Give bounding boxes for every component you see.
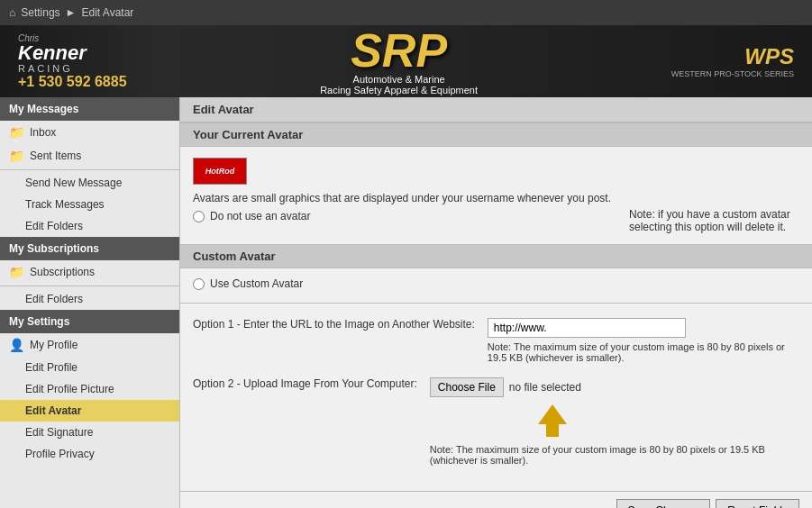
- edit-profile-label: Edit Profile: [25, 361, 78, 374]
- edit-folders-subs-label: Edit Folders: [25, 293, 83, 305]
- use-custom-avatar-label: Use Custom Avatar: [210, 277, 303, 290]
- banner-center: SRP Automotive & Marine Racing Safety Ap…: [320, 27, 478, 95]
- top-bar: ⌂ Settings ► Edit Avatar: [0, 0, 812, 25]
- my-settings-header: My Settings: [0, 310, 179, 333]
- sidebar-item-inbox[interactable]: 📁 Inbox: [0, 121, 179, 144]
- arrow-shape: [538, 404, 567, 437]
- my-messages-section: My Messages 📁 Inbox 📁 Sent Items Send Ne…: [0, 97, 179, 237]
- option1-label: Option 1 - Enter the URL to the Image on…: [193, 318, 475, 331]
- choose-file-button[interactable]: Choose File: [430, 377, 504, 397]
- divider1: [0, 169, 179, 170]
- option1-note: Note: The maximum size of your custom im…: [488, 341, 799, 363]
- sidebar-item-edit-avatar[interactable]: Edit Avatar: [0, 400, 179, 422]
- subs-folder-icon: 📁: [9, 265, 24, 279]
- avatar-description: Avatars are small graphics that are disp…: [193, 192, 611, 204]
- banner: Chris Kenner RACING +1 530 592 6885 SRP …: [0, 25, 812, 97]
- arrow-indicator: [430, 397, 799, 440]
- edit-signature-label: Edit Signature: [25, 426, 93, 439]
- use-custom-avatar-radio[interactable]: [193, 278, 205, 290]
- tagline1: Automotive & Marine: [320, 74, 478, 85]
- sidebar-item-send-new[interactable]: Send New Message: [0, 172, 179, 194]
- profile-person-icon: 👤: [9, 338, 24, 352]
- sidebar: My Messages 📁 Inbox 📁 Sent Items Send Ne…: [0, 97, 180, 508]
- profile-privacy-label: Profile Privacy: [25, 448, 95, 460]
- banner-right: WPS WESTERN PRO-STOCK SERIES: [671, 44, 794, 78]
- option1-control: Note: The maximum size of your custom im…: [488, 318, 799, 363]
- page-title: Edit Avatar: [180, 97, 812, 122]
- srp-logo: SRP: [320, 27, 478, 74]
- option1-row: Option 1 - Enter the URL to the Image on…: [193, 318, 799, 363]
- avatar-img: HotRod: [205, 167, 235, 176]
- tagline2: Racing Safety Apparel & Equipment: [320, 85, 478, 95]
- sidebar-item-profile-privacy[interactable]: Profile Privacy: [0, 443, 179, 465]
- inbox-label: Inbox: [30, 126, 56, 139]
- current-avatar-body: HotRod Avatars are small graphics that a…: [180, 147, 812, 244]
- divider2: [0, 286, 179, 286]
- file-row: Choose File no file selected: [430, 377, 799, 397]
- my-profile-label: My Profile: [30, 339, 78, 351]
- edit-avatar-crumb: Edit Avatar: [82, 6, 134, 19]
- edit-folders-msg-label: Edit Folders: [25, 220, 83, 232]
- inbox-folder-icon: 📁: [9, 125, 24, 140]
- banner-racing: RACING: [18, 63, 73, 74]
- sidebar-item-my-profile[interactable]: 👤 My Profile: [0, 333, 179, 357]
- kenner-logo: Kenner: [18, 43, 87, 63]
- option2-label: Option 2 - Upload Image From Your Comput…: [193, 377, 417, 390]
- breadcrumb: ⌂ Settings ► Edit Avatar: [9, 6, 133, 19]
- sidebar-item-track[interactable]: Track Messages: [0, 194, 179, 215]
- sidebar-item-edit-profile-picture[interactable]: Edit Profile Picture: [0, 378, 179, 400]
- track-label: Track Messages: [25, 198, 105, 211]
- option2-control: Choose File no file selected Note: The m…: [430, 377, 799, 466]
- my-messages-header: My Messages: [0, 97, 179, 121]
- sent-label: Sent Items: [30, 150, 81, 162]
- sidebar-item-edit-profile[interactable]: Edit Profile: [0, 357, 179, 378]
- use-custom-avatar-row: Use Custom Avatar: [180, 268, 812, 299]
- reset-fields-button[interactable]: Reset Fields: [716, 499, 799, 508]
- content-area: Edit Avatar Your Current Avatar HotRod A…: [180, 97, 812, 508]
- arrow-stem: [546, 424, 559, 437]
- option2-note: Note: The maximum size of your custom im…: [430, 444, 799, 466]
- send-new-label: Send New Message: [25, 177, 122, 189]
- breadcrumb-sep: ►: [66, 6, 77, 19]
- sidebar-item-sent[interactable]: 📁 Sent Items: [0, 144, 179, 168]
- avatar-preview: HotRod: [193, 158, 247, 185]
- my-subscriptions-header: My Subscriptions: [0, 237, 179, 260]
- main-layout: My Messages 📁 Inbox 📁 Sent Items Send Ne…: [0, 97, 812, 508]
- custom-avatar-title: Custom Avatar: [180, 244, 812, 268]
- wps-logo: WPS: [744, 44, 794, 69]
- bottom-bar: Save Changes Reset Fields: [180, 491, 812, 508]
- subscriptions-label: Subscriptions: [30, 266, 95, 278]
- option2-row: Option 2 - Upload Image From Your Comput…: [193, 377, 799, 466]
- sidebar-item-edit-folders-msg[interactable]: Edit Folders: [0, 215, 179, 237]
- sidebar-item-edit-folders-subs[interactable]: Edit Folders: [0, 288, 179, 310]
- save-changes-button[interactable]: Save Changes: [616, 499, 711, 508]
- banner-phone: +1 530 592 6885: [18, 74, 127, 90]
- do-not-use-avatar-row: Do not use an avatar: [193, 210, 611, 222]
- sidebar-item-subscriptions[interactable]: 📁 Subscriptions: [0, 260, 179, 284]
- sidebar-item-edit-signature[interactable]: Edit Signature: [0, 422, 179, 443]
- do-not-use-avatar-radio[interactable]: [193, 211, 205, 222]
- url-input[interactable]: [488, 318, 686, 338]
- note-delete: Note: if you have a custom avatar select…: [629, 192, 799, 233]
- banner-logo-left: Chris Kenner RACING +1 530 592 6885: [18, 33, 127, 90]
- edit-profile-picture-label: Edit Profile Picture: [25, 383, 114, 395]
- settings-crumb[interactable]: Settings: [21, 6, 59, 19]
- sent-folder-icon: 📁: [9, 149, 24, 163]
- home-icon[interactable]: ⌂: [9, 6, 15, 19]
- edit-avatar-label: Edit Avatar: [25, 404, 81, 417]
- current-avatar-title: Your Current Avatar: [180, 122, 812, 147]
- custom-avatar-body: Option 1 - Enter the URL to the Image on…: [180, 307, 812, 491]
- wps-sub: WESTERN PRO-STOCK SERIES: [671, 69, 794, 78]
- no-file-text: no file selected: [509, 381, 581, 394]
- my-subscriptions-section: My Subscriptions 📁 Subscriptions Edit Fo…: [0, 237, 179, 310]
- divider-hr: [180, 303, 812, 304]
- arrow-head: [538, 404, 567, 424]
- do-not-use-avatar-label: Do not use an avatar: [210, 210, 310, 222]
- my-settings-section: My Settings 👤 My Profile Edit Profile Ed…: [0, 310, 179, 465]
